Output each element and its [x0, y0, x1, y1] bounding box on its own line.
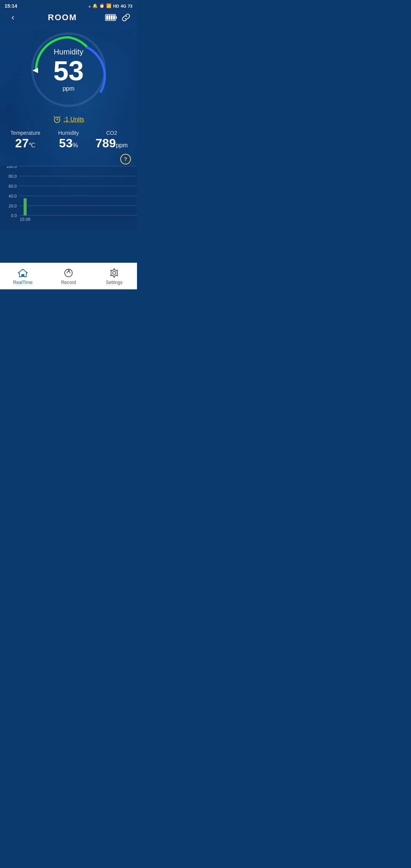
nav-record-label: Record [61, 280, 76, 285]
chart-line-20: 20.0 [19, 206, 137, 206]
back-button[interactable]: ‹ [6, 13, 20, 22]
gauge-value: 53 [53, 57, 84, 85]
device-battery-icon [105, 14, 117, 21]
nav-realtime-label: RealTime [13, 280, 33, 285]
chart-bar [24, 198, 27, 215]
record-icon [63, 268, 74, 278]
link-icon[interactable] [121, 13, 131, 22]
svg-rect-5 [113, 15, 115, 20]
alarm-text: :1 Units [64, 116, 84, 123]
metric-temperature: Temperature 27℃ [4, 130, 47, 150]
chart-grid: 100.0 80.0 60.0 40.0 20.0 0.0 [19, 166, 137, 215]
chart-line-0: 0.0 [19, 215, 137, 215]
co2-value: 789ppm [90, 137, 133, 150]
metrics-row: Temperature 27℃ Humidity 53% CO2 789ppm [0, 130, 137, 150]
page-title: ROOM [48, 13, 77, 22]
status-bar: 15:14 ⬦ 🔔 ⏰ 📶 HD 4G 73 [0, 0, 137, 10]
header: ‹ ROOM [0, 10, 137, 26]
bell-icon: 🔔 [92, 3, 98, 8]
gauge-label: Humidity [53, 48, 84, 56]
nav-settings[interactable]: Settings [91, 268, 137, 285]
svg-line-11 [54, 116, 55, 117]
status-icons: ⬦ 🔔 ⏰ 📶 HD 4G 73 [88, 3, 132, 8]
hd-badge: HD [113, 4, 119, 8]
chart-label-20: 20.0 [1, 204, 17, 208]
status-time: 15:14 [5, 3, 17, 9]
network-icon: 4G [121, 4, 126, 8]
temperature-unit: ℃ [29, 142, 35, 148]
bluetooth-icon: ⬦ [88, 4, 91, 8]
settings-icon [109, 268, 119, 278]
chart-label-60: 60.0 [1, 184, 17, 188]
co2-unit: ppm [116, 142, 127, 148]
chart-label-0: 0.0 [1, 213, 17, 218]
header-actions [105, 13, 131, 22]
wifi-icon: 📶 [106, 3, 112, 8]
chart-line-40: 40.0 [19, 196, 137, 196]
svg-rect-3 [108, 15, 110, 20]
help-row: ? [0, 154, 137, 164]
chart-line-80: 80.0 [19, 176, 137, 176]
temperature-label: Temperature [4, 130, 47, 136]
humidity-unit: % [73, 142, 78, 148]
temperature-value: 27℃ [4, 137, 47, 150]
nav-realtime[interactable]: RealTime [0, 268, 46, 285]
home-icon [18, 268, 28, 278]
chart-line-60: 60.0 [19, 186, 137, 186]
battery-level: 73 [128, 4, 132, 8]
metric-co2: CO2 789ppm [90, 130, 133, 150]
chart-label-40: 40.0 [1, 194, 17, 198]
gauge-unit: ppm [53, 85, 84, 92]
svg-point-16 [113, 271, 116, 274]
chart-label-80: 80.0 [1, 174, 17, 179]
alarm-clock-icon [53, 115, 61, 124]
svg-rect-2 [106, 15, 108, 20]
bottom-nav: RealTime Record Settings [0, 263, 137, 289]
gauge-container: Humidity 53 ppm [27, 28, 110, 112]
gauge-center: Humidity 53 ppm [53, 48, 84, 92]
chart-area: 100.0 80.0 60.0 40.0 20.0 0.0 15:08 [0, 166, 137, 231]
chart-line-100: 100.0 [19, 166, 137, 166]
alarm-icon: ⏰ [99, 3, 105, 8]
alarm-row: :1 Units [0, 115, 137, 124]
svg-rect-13 [22, 274, 24, 277]
svg-rect-4 [111, 15, 113, 20]
help-button[interactable]: ? [120, 154, 131, 164]
svg-line-12 [59, 116, 60, 117]
metric-humidity: Humidity 53% [47, 130, 90, 150]
humidity-value: 53% [47, 137, 90, 150]
nav-settings-label: Settings [106, 280, 122, 285]
svg-rect-1 [116, 16, 117, 19]
chart-label-100: 100.0 [1, 166, 17, 169]
chart-x-label: 15:08 [19, 217, 137, 222]
screen: 15:14 ⬦ 🔔 ⏰ 📶 HD 4G 73 ‹ ROOM [0, 0, 137, 289]
humidity-label: Humidity [47, 130, 90, 136]
alarm-link[interactable]: :1 Units [53, 115, 84, 124]
co2-label: CO2 [90, 130, 133, 136]
nav-record[interactable]: Record [46, 268, 91, 285]
